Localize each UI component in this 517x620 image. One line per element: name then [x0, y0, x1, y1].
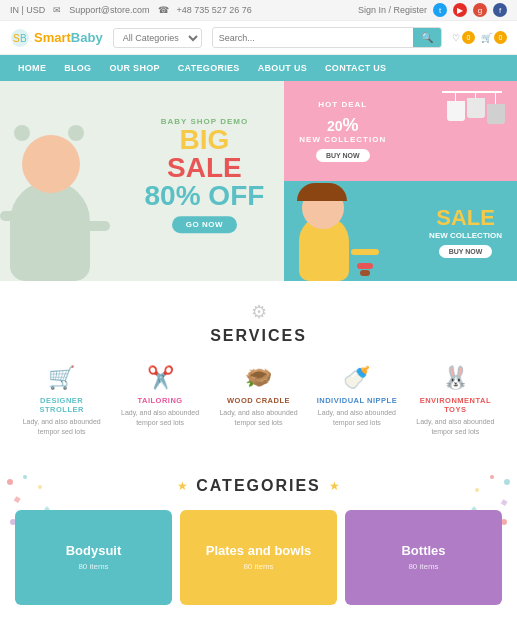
- shirt-3: [487, 104, 505, 124]
- toys-icon: 🐰: [414, 365, 497, 391]
- nav-our-shop[interactable]: OUR SHOP: [101, 55, 167, 81]
- hero-right-panel: HOT DEAL 20% NEW COLLECTION BUY NOW: [284, 81, 517, 281]
- hero-section: BABY SHOP DEMO BIG SALE 80% OFF GO NOW H…: [0, 81, 517, 281]
- nav-blog[interactable]: BLOG: [56, 55, 99, 81]
- baby-body: [10, 181, 90, 281]
- service-item-nipple: 🍼 INDIVIDUAL NIPPLE Lady, and also aboun…: [310, 360, 403, 442]
- baby-arm-left: [0, 211, 25, 221]
- services-title: SERVICES: [15, 327, 502, 345]
- tailoring-desc: Lady, and also abounded tempor sed lots: [118, 408, 201, 428]
- services-icon: ⚙: [15, 301, 502, 323]
- main-nav: HOME BLOG OUR SHOP CATEGORIES ABOUT US C…: [0, 55, 517, 81]
- off-label: 80% OFF: [145, 182, 265, 210]
- category-card-bodysuit[interactable]: Bodysuit 80 items: [15, 510, 172, 605]
- nav-categories[interactable]: CATEGORIES: [170, 55, 248, 81]
- cradle-desc: Lady, and also abounded tempor sed lots: [217, 408, 300, 428]
- topbar-email: Support@store.com: [69, 5, 149, 15]
- deal-text: HOT DEAL 20% NEW COLLECTION BUY NOW: [299, 100, 386, 162]
- category-card-bottles[interactable]: Bottles 80 items: [345, 510, 502, 605]
- deal-pct: 20%: [299, 109, 386, 135]
- search-input[interactable]: [213, 29, 413, 47]
- service-item-cradle: 🪹 WOOD CRADLE Lady, and also abounded te…: [212, 360, 305, 442]
- signin-link[interactable]: Sign In / Register: [358, 5, 427, 15]
- bodysuit-count: 80 items: [78, 562, 108, 571]
- tailoring-icon: ✂️: [118, 365, 201, 391]
- bodysuit-name: Bodysuit: [66, 543, 122, 558]
- new-collection-top: NEW COLLECTION: [299, 135, 386, 144]
- service-item-tailoring: ✂️ TAILORING Lady, and also abounded tem…: [113, 360, 206, 442]
- category-select[interactable]: All Categories: [113, 28, 202, 48]
- new-collection-bottom: NEW COLLECTION: [429, 231, 502, 240]
- cradle-icon: 🪹: [217, 365, 300, 391]
- services-section: ⚙ SERVICES 🛒 DESIGNER STROLLER Lady, and…: [0, 281, 517, 462]
- search-button[interactable]: 🔍: [413, 28, 441, 47]
- baby-illustration: [0, 96, 150, 281]
- header-icons: ♡0 🛒0: [452, 31, 507, 44]
- hero-left-panel: BABY SHOP DEMO BIG SALE 80% OFF GO NOW: [0, 81, 284, 281]
- shirt-2: [467, 98, 485, 118]
- sale-right-text: SALE NEW COLLECTION BUY NOW: [429, 205, 502, 258]
- bottles-name: Bottles: [401, 543, 445, 558]
- cart-count: 0: [494, 31, 507, 44]
- cart-icon-item[interactable]: 🛒0: [481, 31, 507, 44]
- youtube-icon[interactable]: ▶: [453, 3, 467, 17]
- stroller-icon: 🛒: [20, 365, 103, 391]
- topbar: IN | USD ✉ Support@store.com ☎ +48 735 5…: [0, 0, 517, 21]
- categories-title-row: ★ CATEGORIES ★: [15, 477, 502, 495]
- baby-ear-left: [14, 125, 30, 141]
- nav-about-us[interactable]: ABOUT US: [250, 55, 315, 81]
- wishlist-count: 0: [462, 31, 475, 44]
- topbar-left: IN | USD ✉ Support@store.com ☎ +48 735 5…: [10, 5, 252, 15]
- toys-desc: Lady, and also abounded tempor sed lots: [414, 417, 497, 437]
- toys-name: ENVIRONMENTAL TOYS: [414, 396, 497, 414]
- facebook-icon[interactable]: f: [493, 3, 507, 17]
- big-label: BIG: [145, 126, 265, 154]
- cradle-name: WOOD CRADLE: [217, 396, 300, 405]
- baby2-illustration: [289, 191, 364, 281]
- svg-point-3: [7, 479, 13, 485]
- sale-label: SALE: [145, 154, 265, 182]
- logo-text: SmartBaby: [34, 30, 103, 45]
- tailoring-name: TAILORING: [118, 396, 201, 405]
- star-left: ★: [177, 479, 188, 493]
- categories-grid: Bodysuit 80 items Plates and bowls 80 it…: [15, 510, 502, 605]
- twitter-icon[interactable]: t: [433, 3, 447, 17]
- hero-sale-text: BABY SHOP DEMO BIG SALE 80% OFF GO NOW: [145, 117, 265, 233]
- star-right: ★: [329, 479, 340, 493]
- topbar-flags: IN | USD: [10, 5, 45, 15]
- plates-count: 80 items: [243, 562, 273, 571]
- svg-point-15: [504, 479, 510, 485]
- clothes-illustration: [432, 86, 512, 166]
- logo: S B SmartBaby: [10, 28, 103, 48]
- googleplus-icon[interactable]: g: [473, 3, 487, 17]
- buy-now-bottom-button[interactable]: BUY NOW: [439, 245, 493, 258]
- sale-label-bottom: SALE: [429, 205, 502, 231]
- hanger-line: [442, 91, 502, 93]
- categories-section: ★ CATEGORIES ★ Bodysuit 80 items Plates …: [0, 462, 517, 620]
- nipple-name: INDIVIDUAL NIPPLE: [315, 396, 398, 405]
- stroller-name: DESIGNER STROLLER: [20, 396, 103, 414]
- nipple-icon: 🍼: [315, 365, 398, 391]
- go-now-button[interactable]: GO NOW: [172, 216, 237, 233]
- nav-contact-us[interactable]: CONTACT US: [317, 55, 394, 81]
- categories-title: CATEGORIES: [196, 477, 321, 495]
- bottles-count: 80 items: [408, 562, 438, 571]
- svg-rect-6: [14, 496, 21, 503]
- nav-home[interactable]: HOME: [10, 55, 54, 81]
- hero-hot-deal: HOT DEAL 20% NEW COLLECTION BUY NOW: [284, 81, 517, 181]
- topbar-phone-icon: ☎: [158, 5, 169, 15]
- stroller-desc: Lady, and also abounded tempor sed lots: [20, 417, 103, 437]
- svg-rect-18: [501, 499, 508, 506]
- search-bar: 🔍: [212, 27, 442, 48]
- service-item-toys: 🐰 ENVIRONMENTAL TOYS Lady, and also abou…: [409, 360, 502, 442]
- buy-now-top-button[interactable]: BUY NOW: [316, 149, 370, 162]
- shirt-1: [447, 101, 465, 121]
- wishlist-icon-item[interactable]: ♡0: [452, 31, 475, 44]
- hero-sale-panel: SALE NEW COLLECTION BUY NOW: [284, 181, 517, 281]
- topbar-email-icon: ✉: [53, 5, 61, 15]
- logo-icon: S B: [10, 28, 30, 48]
- hot-deal-label: HOT DEAL: [299, 100, 386, 109]
- category-card-plates[interactable]: Plates and bowls 80 items: [180, 510, 337, 605]
- svg-text:S: S: [13, 33, 20, 44]
- services-grid: 🛒 DESIGNER STROLLER Lady, and also aboun…: [15, 360, 502, 442]
